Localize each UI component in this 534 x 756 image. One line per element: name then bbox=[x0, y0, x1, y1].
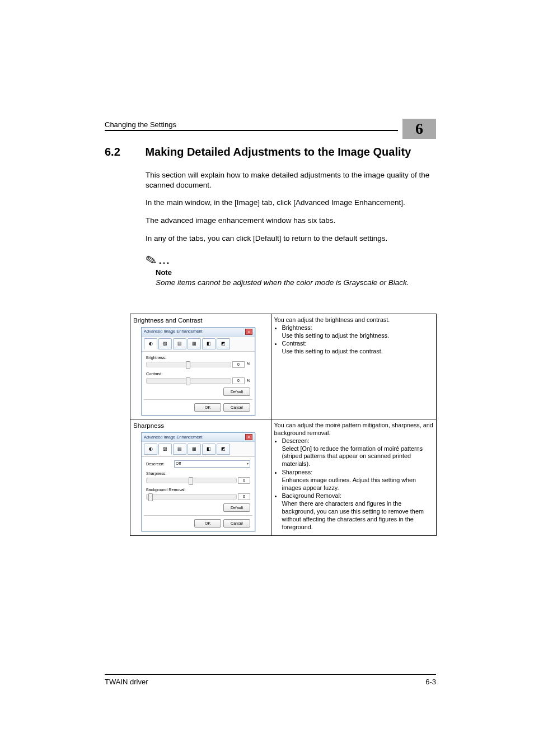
bg-removal-value[interactable]: 0 bbox=[238, 493, 250, 500]
cancel-button[interactable]: Cancel bbox=[223, 519, 250, 528]
section-number: 6.2 bbox=[105, 146, 143, 158]
tab-4[interactable]: ▦ bbox=[188, 338, 201, 349]
row2-item0-desc: Select [On] to reduce the formation of m… bbox=[282, 445, 433, 468]
bg-removal-label: Background Removal: bbox=[146, 487, 250, 492]
row2-item2-desc: When there are characters and figures in… bbox=[282, 500, 433, 531]
default-button[interactable]: Default bbox=[223, 503, 250, 512]
list-item: Brightness: Use this setting to adjust t… bbox=[282, 324, 433, 340]
tab-brightness[interactable]: ◐ bbox=[144, 444, 157, 455]
tab-brightness[interactable]: ◐ bbox=[144, 338, 157, 349]
dialog-brightness-contrast: Advanced Image Enhancement × ◐ ▨ ▤ ▦ ◧ ◩ bbox=[141, 327, 255, 416]
chapter-number: 6 bbox=[415, 120, 423, 138]
cancel-button[interactable]: Cancel bbox=[223, 403, 250, 412]
row1-item1-label: Contrast: bbox=[282, 340, 307, 347]
row1-item0-desc: Use this setting to adjust the brightnes… bbox=[282, 332, 433, 340]
ellipsis-icon: … bbox=[158, 253, 171, 267]
percent-label: % bbox=[247, 379, 250, 384]
row2-item2-label: Background Removal: bbox=[282, 492, 341, 499]
footer-page: 6-3 bbox=[425, 678, 436, 686]
separator bbox=[144, 515, 252, 516]
percent-label: % bbox=[247, 362, 250, 367]
section-title: Making Detailed Adjustments to the Image… bbox=[145, 146, 411, 158]
pencil-icon: ✎ bbox=[144, 253, 158, 268]
list-item: Contrast: Use this setting to adjust the… bbox=[282, 340, 433, 356]
note-block: ✎… Note Some items cannot be adjusted wh… bbox=[146, 253, 436, 288]
dialog-sharpness: Advanced Image Enhancement × ◐ ▨ ▤ ▦ ◧ ◩ bbox=[141, 432, 255, 531]
row2-item1-desc: Enhances image outlines. Adjust this set… bbox=[282, 477, 433, 492]
running-head: Changing the Settings bbox=[105, 120, 176, 129]
sharpness-label: Sharpness: bbox=[146, 471, 250, 476]
tab-5[interactable]: ◧ bbox=[202, 444, 216, 455]
note-label: Note bbox=[156, 268, 436, 277]
footer-left: TWAIN driver bbox=[105, 678, 148, 686]
chapter-badge: 6 bbox=[402, 119, 436, 139]
tab-3[interactable]: ▤ bbox=[173, 338, 186, 349]
row1-item1-desc: Use this setting to adjust the contrast. bbox=[282, 348, 433, 356]
list-item: Background Removal: When there are chara… bbox=[282, 492, 433, 531]
table-row: Brightness and Contrast Advanced Image E… bbox=[130, 314, 437, 419]
dialog-tabs: ◐ ▨ ▤ ▦ ◧ ◩ bbox=[142, 337, 255, 352]
brightness-value[interactable]: 0 bbox=[232, 361, 245, 368]
note-text: Some items cannot be adjusted when the c… bbox=[156, 278, 436, 288]
tab-4[interactable]: ▦ bbox=[188, 444, 201, 455]
row1-name: Brightness and Contrast bbox=[133, 316, 268, 325]
list-item: Descreen: Select [On] to reduce the form… bbox=[282, 437, 433, 468]
dialog-tabs: ◐ ▨ ▤ ▦ ◧ ◩ bbox=[142, 442, 255, 457]
list-item: Sharpness: Enhances image outlines. Adju… bbox=[282, 469, 433, 492]
dialog-title: Advanced Image Enhancement bbox=[144, 435, 203, 440]
footer-rule bbox=[105, 674, 436, 675]
tab-6[interactable]: ◩ bbox=[217, 338, 230, 349]
row2-desc-intro: You can adjust the moiré pattern mitigat… bbox=[274, 422, 433, 437]
contrast-slider[interactable] bbox=[146, 378, 231, 384]
row1-desc-intro: You can adjust the brightness and contra… bbox=[274, 316, 433, 324]
tab-sharpness[interactable]: ▨ bbox=[158, 444, 172, 455]
close-icon[interactable]: × bbox=[245, 329, 252, 335]
feature-table: Brightness and Contrast Advanced Image E… bbox=[130, 314, 437, 536]
para-intro: This section will explain how to make de… bbox=[146, 170, 436, 190]
table-row: Sharpness Advanced Image Enhancement × ◐… bbox=[130, 419, 437, 535]
tab-sharpness[interactable]: ▨ bbox=[158, 338, 172, 349]
dialog-title: Advanced Image Enhancement bbox=[144, 329, 203, 334]
separator bbox=[144, 399, 252, 400]
chevron-down-icon: ▾ bbox=[247, 462, 249, 466]
para-tabs: The advanced image enhancement window ha… bbox=[146, 216, 436, 226]
dialog-title-bar: Advanced Image Enhancement × bbox=[142, 433, 255, 442]
sharpness-value[interactable]: 0 bbox=[238, 477, 250, 484]
tab-5[interactable]: ◧ bbox=[202, 338, 216, 349]
sharpness-slider[interactable] bbox=[146, 478, 237, 483]
descreen-select[interactable]: Off ▾ bbox=[174, 460, 250, 468]
descreen-label: Descreen: bbox=[146, 461, 171, 466]
row2-item0-label: Descreen: bbox=[282, 437, 310, 444]
row1-item0-label: Brightness: bbox=[282, 324, 312, 331]
tab-3[interactable]: ▤ bbox=[173, 444, 186, 455]
section-heading: 6.2 Making Detailed Adjustments to the I… bbox=[105, 146, 436, 158]
dialog-title-bar: Advanced Image Enhancement × bbox=[142, 328, 255, 337]
brightness-label: Brightness: bbox=[146, 355, 250, 360]
default-button[interactable]: Default bbox=[223, 388, 250, 396]
descreen-value: Off bbox=[176, 461, 181, 466]
header-rule bbox=[105, 130, 398, 131]
row2-name: Sharpness bbox=[133, 422, 268, 430]
contrast-label: Contrast: bbox=[146, 371, 250, 376]
tab-6[interactable]: ◩ bbox=[217, 444, 230, 455]
ok-button[interactable]: OK bbox=[194, 519, 221, 528]
para-where: In the main window, in the [Image] tab, … bbox=[146, 198, 436, 208]
para-default: In any of the tabs, you can click [Defau… bbox=[146, 234, 436, 244]
ok-button[interactable]: OK bbox=[194, 403, 221, 412]
close-icon[interactable]: × bbox=[245, 434, 252, 440]
bg-removal-slider[interactable] bbox=[146, 494, 237, 500]
brightness-slider[interactable] bbox=[146, 362, 231, 367]
contrast-value[interactable]: 0 bbox=[232, 377, 245, 384]
row2-item1-label: Sharpness: bbox=[282, 469, 313, 475]
